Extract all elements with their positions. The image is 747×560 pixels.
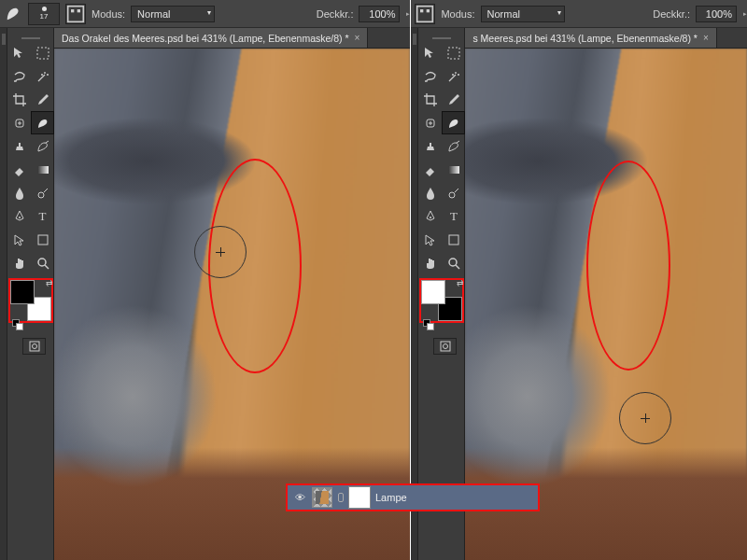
svg-rect-8 [38, 235, 48, 245]
history-brush-tool[interactable] [442, 134, 465, 158]
magic-wand-tool[interactable] [31, 64, 54, 88]
mode-label: Modus: [92, 8, 125, 20]
dodge-tool[interactable] [31, 181, 54, 204]
path-select-tool[interactable] [7, 228, 31, 251]
close-icon[interactable]: × [703, 33, 709, 43]
document-tab-title: Das Orakel des Meeres.psd bei 431% (Lamp… [62, 33, 349, 44]
svg-rect-2 [78, 9, 80, 12]
color-swatches[interactable]: ⇄ [10, 280, 51, 321]
eyedropper-tool[interactable] [442, 88, 465, 111]
swap-colors-icon[interactable]: ⇄ [46, 278, 53, 287]
opacity-input[interactable]: 100% [359, 6, 400, 22]
opacity-label: Deckkr.: [317, 8, 354, 20]
svg-rect-13 [420, 9, 423, 12]
brush-cursor [194, 226, 247, 278]
history-brush-tool[interactable] [31, 134, 54, 158]
eraser-tool[interactable] [7, 158, 31, 181]
brush-panel-toggle-icon[interactable] [415, 4, 435, 24]
chevron-down-icon[interactable]: ▸ [743, 10, 747, 18]
svg-rect-20 [449, 235, 458, 245]
close-icon[interactable]: × [355, 33, 360, 43]
healing-brush-tool[interactable] [418, 111, 442, 134]
eraser-tool[interactable] [418, 158, 442, 181]
blur-tool[interactable] [418, 181, 442, 204]
swap-colors-icon[interactable]: ⇄ [457, 278, 464, 287]
svg-rect-14 [427, 9, 430, 12]
gradient-tool[interactable] [31, 158, 54, 181]
layer-row[interactable]: 👁 Lampe [286, 483, 540, 511]
blend-mode-select[interactable]: Normal [481, 6, 565, 22]
tools-palette: T ⇄ [7, 28, 54, 355]
clone-stamp-tool[interactable] [7, 134, 31, 158]
opacity-label: Deckkr.: [653, 8, 690, 20]
crop-tool[interactable] [418, 88, 442, 111]
gradient-tool[interactable] [442, 158, 465, 181]
color-swatches[interactable]: ⇄ [421, 280, 462, 321]
brush-preset-picker[interactable]: 17 [28, 3, 60, 25]
lasso-tool[interactable] [7, 64, 31, 88]
foreground-swatch[interactable] [10, 280, 35, 304]
svg-rect-5 [37, 166, 49, 174]
magic-wand-tool[interactable] [442, 64, 465, 88]
shape-tool[interactable] [442, 228, 465, 251]
document-tabstrip: Das Orakel des Meeres.psd bei 431% (Lamp… [54, 28, 410, 49]
type-tool[interactable]: T [442, 204, 465, 228]
blend-mode-select[interactable]: Normal [131, 6, 215, 22]
foreground-swatch[interactable] [421, 280, 445, 304]
options-bar: Modus: Normal Deckkr.: 100% ▸ [411, 0, 747, 28]
brush-tool[interactable] [31, 111, 54, 134]
default-colors-icon[interactable] [423, 319, 434, 330]
eyedropper-tool[interactable] [31, 88, 54, 111]
svg-rect-22 [441, 342, 450, 351]
current-tool-icon[interactable] [4, 5, 22, 23]
brush-panel-toggle-icon[interactable] [65, 4, 86, 24]
svg-point-19 [430, 217, 431, 218]
layer-thumbnail[interactable] [312, 487, 332, 508]
healing-brush-tool[interactable] [7, 111, 31, 134]
zoom-tool[interactable] [31, 251, 54, 274]
svg-rect-12 [417, 6, 433, 21]
svg-rect-1 [71, 9, 74, 12]
layer-mask-thumbnail[interactable] [349, 487, 370, 508]
document-tabstrip: s Meeres.psd bei 431% (Lampe, Ebenenmask… [465, 28, 747, 49]
type-tool[interactable]: T [31, 204, 54, 228]
svg-point-21 [449, 259, 457, 266]
clone-stamp-tool[interactable] [418, 134, 442, 158]
marquee-tool[interactable] [31, 41, 54, 64]
shape-tool[interactable] [31, 228, 54, 251]
zoom-tool[interactable] [442, 251, 465, 274]
svg-rect-3 [37, 48, 49, 59]
move-tool[interactable] [418, 41, 442, 64]
link-icon[interactable] [338, 493, 344, 502]
hand-tool[interactable] [7, 251, 31, 274]
svg-rect-17 [448, 166, 459, 174]
svg-point-18 [449, 192, 455, 198]
quickmask-toggle[interactable] [433, 338, 457, 355]
chevron-down-icon[interactable]: ▸ [406, 10, 410, 18]
quickmask-toggle[interactable] [22, 338, 46, 355]
lasso-tool[interactable] [418, 64, 442, 88]
hand-tool[interactable] [418, 251, 442, 274]
path-select-tool[interactable] [418, 228, 442, 251]
panel-dock[interactable] [411, 28, 418, 560]
layer-name[interactable]: Lampe [375, 492, 407, 503]
svg-point-6 [38, 192, 44, 198]
panel-dock[interactable] [0, 28, 7, 560]
visibility-toggle-icon[interactable]: 👁 [293, 492, 306, 503]
svg-point-11 [32, 344, 36, 349]
brush-tool[interactable] [442, 111, 465, 134]
move-tool[interactable] [7, 41, 31, 64]
brush-size-label: 17 [40, 12, 49, 21]
opacity-input[interactable]: 100% [696, 6, 737, 22]
dodge-tool[interactable] [442, 181, 465, 204]
marquee-tool[interactable] [442, 41, 465, 64]
document-tab[interactable]: Das Orakel des Meeres.psd bei 431% (Lamp… [54, 28, 368, 48]
document-tab[interactable]: s Meeres.psd bei 431% (Lampe, Ebenenmask… [465, 28, 716, 48]
pen-tool[interactable] [7, 204, 31, 228]
crop-tool[interactable] [7, 88, 31, 111]
blur-tool[interactable] [7, 181, 31, 204]
default-colors-icon[interactable] [12, 319, 23, 330]
pen-tool[interactable] [418, 204, 442, 228]
svg-rect-15 [448, 48, 459, 59]
annotation-ellipse [586, 161, 670, 371]
